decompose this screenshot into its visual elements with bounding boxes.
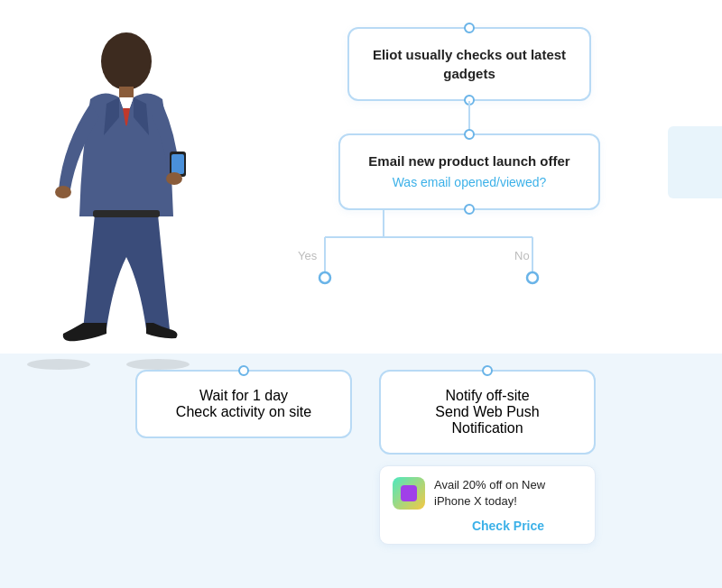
svg-point-16 — [319, 272, 330, 283]
dot-yes-top — [238, 365, 249, 376]
shadow-right — [126, 359, 190, 370]
notification-icon-inner — [401, 485, 417, 501]
svg-rect-8 — [171, 154, 184, 174]
node2-wrapper: Email new product launch offer Was email… — [338, 133, 600, 210]
notification-icon — [393, 477, 425, 510]
check-price-link[interactable]: Check Price — [434, 519, 582, 533]
dot-node1-top — [464, 23, 475, 33]
node2-subtitle: Was email opened/viewed? — [362, 174, 577, 192]
svg-point-6 — [55, 186, 71, 198]
svg-rect-10 — [93, 210, 160, 217]
dot-node2-top — [464, 129, 475, 140]
svg-text:No: No — [514, 249, 530, 262]
bottom-row: Wait for 1 day Check activity on site No… — [135, 370, 704, 545]
person-svg — [9, 18, 226, 352]
svg-point-0 — [101, 32, 152, 90]
node-no-title: Notify off-site — [399, 388, 576, 404]
node-yes-title: Wait for 1 day — [155, 388, 332, 404]
shadow-left — [27, 359, 90, 370]
node-no: Notify off-site Send Web Push Notificati… — [379, 370, 596, 455]
svg-text:Yes: Yes — [298, 249, 318, 262]
svg-point-17 — [527, 272, 538, 283]
node1-title: Eliot usually checks out latest gadgets — [371, 45, 568, 83]
dot-no-top — [482, 365, 493, 376]
person-illustration — [0, 18, 235, 379]
svg-rect-1 — [119, 87, 134, 99]
node1-wrapper: Eliot usually checks out latest gadgets — [347, 27, 591, 101]
branch-svg: Yes No — [253, 210, 686, 287]
flow-diagram: Eliot usually checks out latest gadgets … — [253, 27, 686, 287]
svg-point-9 — [166, 172, 182, 185]
node-yes: Wait for 1 day Check activity on site — [135, 370, 352, 438]
node-yes-subtitle: Check activity on site — [155, 404, 332, 420]
notification-card: Avail 20% off on New iPhone X today! Che… — [379, 465, 596, 545]
node-no-group: Notify off-site Send Web Push Notificati… — [379, 370, 596, 545]
node-no-subtitle: Send Web Push Notification — [399, 404, 576, 436]
node2: Email new product launch offer Was email… — [338, 133, 600, 210]
node1: Eliot usually checks out latest gadgets — [347, 27, 591, 101]
branch-area: Yes No — [253, 210, 686, 287]
node2-title: Email new product launch offer — [362, 152, 577, 170]
notification-text: Avail 20% off on New iPhone X today! — [434, 477, 582, 510]
